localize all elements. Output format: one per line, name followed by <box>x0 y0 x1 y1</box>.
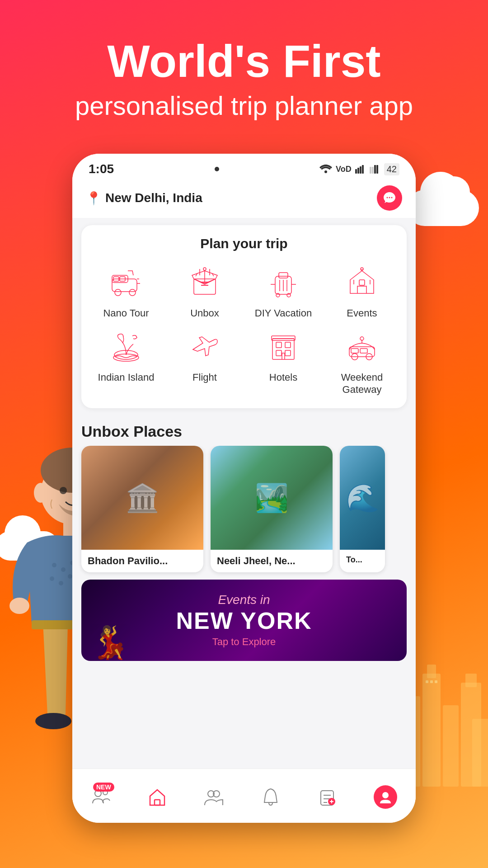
place-name-2: Neeli Jheel, Ne... <box>211 550 333 572</box>
place-image-2 <box>211 446 333 550</box>
phone-mockup: 1:05 VoD 42 📍 New Delhi, India Plan your… <box>72 154 416 823</box>
svg-rect-80 <box>155 800 160 805</box>
battery-level: 42 <box>387 164 397 175</box>
svg-point-59 <box>276 293 280 297</box>
svg-rect-23 <box>422 674 441 787</box>
profile-avatar <box>374 785 397 809</box>
plan-label-flight: Flight <box>192 372 217 383</box>
plan-label-nano-tour: Nano Tour <box>103 307 149 319</box>
island-icon <box>106 326 146 367</box>
camera-dot <box>215 167 219 171</box>
svg-rect-35 <box>360 166 361 174</box>
svg-point-43 <box>391 197 393 198</box>
phone-scroll-content: Plan your trip Nano Tour Unbox <box>72 218 416 812</box>
plan-trip-card: Plan your trip Nano Tour Unbox <box>81 225 407 408</box>
place-image-1 <box>81 446 203 550</box>
svg-rect-37 <box>370 167 371 174</box>
plan-item-unbox[interactable]: Unbox <box>169 262 240 319</box>
plan-label-island: Indian Island <box>98 372 155 383</box>
svg-rect-24 <box>427 665 436 678</box>
events-in-text: Events in <box>176 593 312 607</box>
svg-point-53 <box>203 268 206 270</box>
svg-point-16 <box>9 598 29 614</box>
nav-item-community[interactable]: NEW <box>91 786 111 808</box>
svg-point-11 <box>50 576 54 581</box>
svg-rect-75 <box>351 349 358 353</box>
plan-item-island[interactable]: Indian Island <box>90 326 162 396</box>
svg-point-2 <box>60 487 67 494</box>
box-icon <box>184 262 225 303</box>
svg-point-60 <box>287 293 291 297</box>
places-section-title: Unbox Places <box>72 415 416 446</box>
plan-item-nano-tour[interactable]: Nano Tour <box>90 262 162 319</box>
dancer-icon: 💃 <box>90 624 130 661</box>
place-image-3 <box>340 446 385 550</box>
svg-rect-30 <box>430 680 433 683</box>
bottom-navigation: NEW <box>72 769 416 823</box>
header-subtitle: personalised trip planner app <box>0 90 488 121</box>
events-banner-content: Events in NEW YORK Tap to Explore <box>176 593 312 648</box>
nav-item-itinerary[interactable] <box>317 787 337 807</box>
svg-rect-38 <box>372 167 374 174</box>
plan-item-events[interactable]: Events <box>326 262 398 319</box>
place-card-2[interactable]: Neeli Jheel, Ne... <box>211 446 333 572</box>
svg-rect-39 <box>374 165 376 174</box>
places-scroll: Bhadon Pavilio... Neeli Jheel, Ne... To.… <box>72 446 416 580</box>
plan-label-unbox: Unbox <box>190 307 219 319</box>
place-name-3: To... <box>340 550 385 570</box>
svg-rect-40 <box>376 165 378 174</box>
plan-grid: Nano Tour Unbox DIY Vacation <box>90 262 398 396</box>
svg-rect-27 <box>465 674 477 687</box>
svg-point-48 <box>115 289 121 296</box>
nav-item-notifications[interactable] <box>261 787 281 807</box>
van-icon <box>106 262 146 303</box>
chat-button[interactable] <box>377 185 402 211</box>
svg-rect-25 <box>443 705 459 787</box>
svg-rect-33 <box>355 169 357 174</box>
status-icons: VoD 42 <box>319 163 399 175</box>
svg-rect-31 <box>435 680 437 683</box>
events-banner[interactable]: 💃 Events in NEW YORK Tap to Explore <box>81 580 407 661</box>
plan-item-hotels[interactable]: Hotels <box>248 326 319 396</box>
header-title: World's First <box>0 36 488 86</box>
plan-label-hotels: Hotels <box>269 372 297 383</box>
gateway-icon <box>342 326 382 367</box>
new-york-text: NEW YORK <box>176 607 312 634</box>
place-card-1[interactable]: Bhadon Pavilio... <box>81 446 203 572</box>
plan-item-diy[interactable]: DIY Vacation <box>248 262 319 319</box>
nav-item-home[interactable] <box>147 787 167 807</box>
svg-rect-67 <box>272 336 295 340</box>
svg-rect-68 <box>276 342 282 348</box>
plan-item-gateway[interactable]: Weekend Gateway <box>326 326 398 396</box>
nav-item-friends[interactable] <box>204 787 224 807</box>
svg-point-90 <box>382 792 389 798</box>
svg-rect-34 <box>357 168 359 174</box>
plan-item-flight[interactable]: Flight <box>169 326 240 396</box>
svg-rect-71 <box>285 350 291 356</box>
place-card-3[interactable]: To... <box>340 446 385 572</box>
top-bar: 📍 New Delhi, India <box>72 181 416 218</box>
svg-point-4 <box>34 483 47 503</box>
battery-icon: 42 <box>384 163 399 175</box>
svg-point-19 <box>35 713 71 729</box>
status-bar: 1:05 VoD 42 <box>72 154 416 181</box>
location-pin-icon: 📍 <box>86 191 102 206</box>
svg-point-13 <box>68 574 72 579</box>
svg-rect-28 <box>472 719 488 787</box>
svg-point-12 <box>59 581 63 585</box>
hotel-icon <box>263 326 304 367</box>
luggage-icon <box>263 262 304 303</box>
svg-rect-70 <box>276 350 282 356</box>
location-info: 📍 New Delhi, India <box>86 191 202 206</box>
cloud-decoration-right <box>407 190 479 226</box>
nav-item-profile[interactable] <box>374 785 397 809</box>
svg-rect-69 <box>285 342 291 348</box>
svg-point-49 <box>129 289 136 296</box>
svg-rect-76 <box>360 349 367 353</box>
svg-point-6 <box>52 563 56 567</box>
plan-label-events: Events <box>347 307 377 319</box>
svg-rect-55 <box>279 273 288 278</box>
plan-label-gateway: Weekend Gateway <box>326 372 398 396</box>
plan-label-diy: DIY Vacation <box>255 307 312 319</box>
svg-rect-61 <box>359 280 365 285</box>
